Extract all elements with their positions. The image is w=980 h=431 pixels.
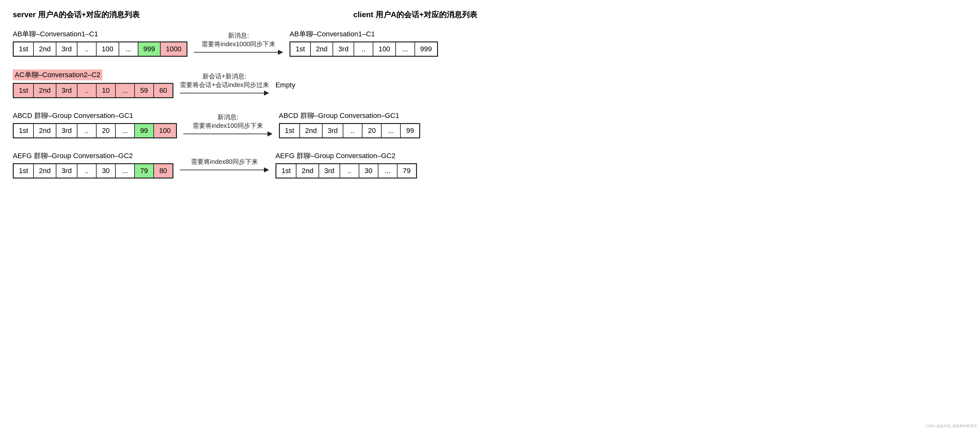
client-cell-s3-2: 3rd (322, 124, 344, 138)
server-cell-s1-6: 999 (138, 42, 161, 56)
server-cell-s3-6: 99 (135, 124, 154, 138)
server-cell-s1-7: 1000 (161, 42, 187, 56)
server-cell-s3-1: 2nd (33, 124, 56, 138)
client-cell-s4-2: 3rd (319, 164, 340, 178)
client-cell-s1-6: 999 (415, 42, 438, 56)
server-cell-s3-3: .. (77, 124, 96, 138)
server-cell-s4-6: 79 (135, 164, 154, 178)
arrow-label-s2: 新会话+新消息: 需要将会话+会话index同步过来 (180, 72, 269, 89)
client-cell-s3-5: ... (381, 124, 401, 138)
server-cell-s1-1: 2nd (33, 42, 56, 56)
server-header-title: server 用户A的会话+对应的消息列表 (13, 10, 140, 20)
server-cell-s1-0: 1st (13, 42, 33, 56)
client-cell-s3-6: 99 (401, 124, 420, 138)
server-cell-s4-3: .. (77, 164, 96, 178)
section-s3: ABCD 群聊–Group Conversation–GC11st2nd3rd.… (13, 111, 477, 138)
server-title-s1: AB单聊–Conversation1–C1 (13, 29, 188, 39)
sections-container: AB单聊–Conversation1–C11st2nd3rd..100...99… (13, 29, 477, 178)
server-cell-s1-5: ... (119, 42, 138, 56)
client-header-title: client 用户A的会话+对应的消息列表 (353, 10, 477, 20)
server-cell-s4-7: 80 (154, 164, 173, 178)
client-msg-list-s4: 1st2nd3rd..30...79 (275, 163, 417, 178)
client-side-s2: Empty (275, 78, 295, 89)
client-title-s3: ABCD 群聊–Group Conversation–GC1 (279, 111, 420, 121)
client-cell-s1-0: 1st (290, 42, 310, 56)
server-cell-s4-0: 1st (13, 164, 33, 178)
arrow-label-s3: 新消息: 需要将index100同步下来 (192, 113, 263, 130)
server-cell-s2-5: ... (115, 84, 135, 97)
client-title-s1: AB单聊–Conversation1–C1 (290, 29, 438, 39)
server-msg-list-s2: 1st2nd3rd..10...5960 (13, 83, 173, 98)
row-layout-s3: ABCD 群聊–Group Conversation–GC11st2nd3rd.… (13, 111, 477, 138)
server-cell-s3-0: 1st (13, 124, 33, 138)
server-cell-s2-2: 3rd (56, 84, 77, 97)
server-cell-s4-5: ... (115, 164, 135, 178)
arrow-line-s3 (183, 131, 272, 137)
server-msg-list-s4: 1st2nd3rd..30...7980 (13, 163, 173, 178)
server-cell-s3-5: ... (115, 124, 135, 138)
arrow-label-s4: 需要将index80同步下来 (191, 157, 258, 166)
server-side-s2: AC单聊–Conversation2–C21st2nd3rd..10...596… (13, 70, 173, 98)
server-side-s4: AEFG 群聊–Group Conversation–GC21st2nd3rd.… (13, 151, 173, 178)
client-cell-s3-4: 20 (362, 124, 381, 138)
client-cell-s3-1: 2nd (300, 124, 322, 138)
client-cell-s4-4: 30 (359, 164, 378, 178)
client-empty-s2: Empty (275, 81, 295, 89)
client-cell-s4-6: 79 (397, 164, 416, 178)
server-cell-s2-3: .. (77, 84, 96, 97)
client-side-s4: AEFG 群聊–Group Conversation–GC21st2nd3rd.… (275, 151, 417, 178)
server-cell-s4-1: 2nd (33, 164, 56, 178)
server-cell-s2-1: 2nd (33, 84, 56, 97)
section-s2: AC单聊–Conversation2–C21st2nd3rd..10...596… (13, 70, 477, 98)
client-cell-s4-0: 1st (276, 164, 296, 178)
client-cell-s1-4: 100 (373, 42, 396, 56)
client-msg-list-s3: 1st2nd3rd..20...99 (279, 123, 420, 138)
arrow-label-s1: 新消息: 需要将index1000同步下来 (202, 31, 275, 48)
row-layout-s4: AEFG 群聊–Group Conversation–GC21st2nd3rd.… (13, 151, 477, 178)
arrow-area-s2: 新会话+新消息: 需要将会话+会话index同步过来 (180, 72, 269, 95)
arrow-area-s4: 需要将index80同步下来 (180, 157, 269, 172)
section-s4: AEFG 群聊–Group Conversation–GC21st2nd3rd.… (13, 151, 477, 178)
server-cell-s3-7: 100 (154, 124, 176, 138)
arrow-line-s1 (194, 50, 283, 55)
server-cell-s2-7: 60 (154, 84, 173, 97)
client-side-s1: AB单聊–Conversation1–C11st2nd3rd..100...99… (290, 29, 438, 57)
client-cell-s4-5: ... (378, 164, 397, 178)
page-header: server 用户A的会话+对应的消息列表 client 用户A的会话+对应的消… (13, 10, 477, 20)
server-side-s1: AB单聊–Conversation1–C11st2nd3rd..100...99… (13, 29, 188, 57)
client-cell-s1-3: .. (354, 42, 373, 56)
server-cell-s3-2: 3rd (56, 124, 77, 138)
client-cell-s3-0: 1st (280, 124, 300, 138)
server-cell-s1-3: .. (77, 42, 96, 56)
section-s1: AB单聊–Conversation1–C11st2nd3rd..100...99… (13, 29, 477, 57)
server-cell-s2-6: 59 (135, 84, 154, 97)
server-cell-s2-0: 1st (13, 84, 33, 97)
arrow-area-s1: 新消息: 需要将index1000同步下来 (194, 31, 283, 55)
client-cell-s1-1: 2nd (310, 42, 333, 56)
server-title-s4: AEFG 群聊–Group Conversation–GC2 (13, 151, 173, 161)
server-cell-s1-4: 100 (96, 42, 119, 56)
server-cell-s2-4: 10 (96, 84, 115, 97)
server-cell-s3-4: 20 (96, 124, 115, 138)
server-cell-s4-2: 3rd (56, 164, 77, 178)
client-side-s3: ABCD 群聊–Group Conversation–GC11st2nd3rd.… (279, 111, 420, 138)
client-title-s4: AEFG 群聊–Group Conversation–GC2 (275, 151, 417, 161)
client-msg-list-s1: 1st2nd3rd..100...999 (290, 41, 438, 57)
server-title-s3: ABCD 群聊–Group Conversation–GC1 (13, 111, 177, 121)
client-cell-s1-5: ... (396, 42, 415, 56)
arrow-line-s4 (180, 167, 269, 172)
arrow-line-s2 (180, 91, 269, 95)
client-cell-s4-1: 2nd (296, 164, 319, 178)
client-cell-s4-3: .. (340, 164, 359, 178)
row-layout-s2: AC单聊–Conversation2–C21st2nd3rd..10...596… (13, 70, 477, 98)
client-cell-s1-2: 3rd (333, 42, 354, 56)
server-cell-s4-4: 30 (96, 164, 115, 178)
client-cell-s3-3: .. (343, 124, 362, 138)
arrow-area-s3: 新消息: 需要将index100同步下来 (183, 113, 272, 137)
server-msg-list-s3: 1st2nd3rd..20...99100 (13, 123, 177, 138)
server-side-s3: ABCD 群聊–Group Conversation–GC11st2nd3rd.… (13, 111, 177, 138)
server-cell-s1-2: 3rd (56, 42, 77, 56)
row-layout-s1: AB单聊–Conversation1–C11st2nd3rd..100...99… (13, 29, 477, 57)
server-title-s2: AC单聊–Conversation2–C2 (13, 70, 102, 80)
server-msg-list-s1: 1st2nd3rd..100...9991000 (13, 41, 188, 57)
